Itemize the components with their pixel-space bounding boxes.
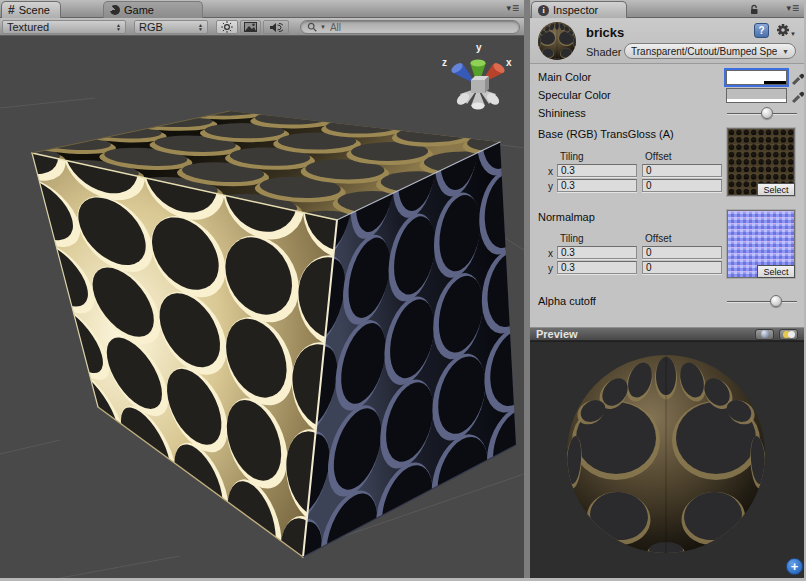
normal-y-label: y [548,263,553,274]
draw-mode-dropdown[interactable]: Textured ▲▼ [2,20,126,34]
tab-game-label: Game [124,4,154,16]
base-offset-x-field[interactable] [642,164,722,177]
inspector-panel: i Inspector ▾≡ bricks Shader [530,0,804,578]
tab-inspector[interactable]: i Inspector [531,1,627,18]
game-icon [110,5,120,15]
base-map-label: Base (RGB) TransGloss (A) [538,128,674,140]
scene-3d-cube-render: y x z [0,36,524,578]
preview-mesh-button[interactable] [755,329,774,340]
main-color-eyedropper-icon[interactable] [790,70,804,85]
chevron-down-icon: ▼ [782,48,789,55]
tab-inspector-label: Inspector [553,4,598,16]
tab-scene[interactable]: # Scene [1,1,61,18]
light-white-icon [788,331,795,338]
scene-lighting-toggle[interactable] [216,20,238,34]
specular-color-alpha-bar [727,99,786,102]
base-offset-header: Offset [645,151,672,162]
alpha-cutoff-label: Alpha cutoff [538,295,596,307]
chevron-down-icon: ▼ [790,31,796,37]
normal-texture-select-button[interactable]: Select [757,265,795,278]
sun-icon [221,21,233,33]
image-icon [244,22,257,32]
specular-color-swatch[interactable] [726,88,787,103]
settings-gear-button[interactable]: ▼ [776,23,796,37]
dropdown-arrows-icon: ▲▼ [198,23,203,31]
inspector-content: bricks Shader Transparent/Cutout/Bumped … [530,18,804,578]
search-icon [307,22,318,33]
preview-lighting-button[interactable] [779,329,798,340]
material-preview-ball [537,21,577,61]
dropdown-arrows-icon: ▲▼ [116,23,121,31]
base-offset-y-field[interactable] [642,179,722,192]
normal-offset-x-field[interactable] [642,246,722,259]
normal-x-label: x [548,248,553,259]
normal-offset-header: Offset [645,233,672,244]
draw-mode-value: Textured [7,21,49,33]
base-tiling-x-field[interactable] [557,164,637,177]
gizmo-z-label: z [442,57,447,68]
specular-color-eyedropper-icon[interactable] [790,88,804,103]
normal-map-label: Normalmap [538,211,595,223]
tab-game[interactable]: Game [103,1,203,18]
alpha-cutoff-slider-handle[interactable] [770,295,782,307]
base-y-label: y [548,181,553,192]
scene-search-field[interactable]: ▼ [300,20,520,34]
color-mode-dropdown[interactable]: RGB ▲▼ [134,20,208,34]
preview-title: Preview [536,328,578,340]
material-header: bricks Shader Transparent/Cutout/Bumped … [530,18,804,64]
main-color-label: Main Color [538,71,591,83]
specular-color-label: Specular Color [538,89,611,101]
search-filter-caret-icon: ▼ [320,24,326,30]
normal-tiling-header: Tiling [560,233,584,244]
normal-tiling-x-field[interactable] [557,246,637,259]
tab-scene-label: Scene [19,4,50,16]
preview-add-button[interactable]: + [786,558,803,575]
base-tiling-y-field[interactable] [557,179,637,192]
slider-track [727,301,797,302]
scene-viewport[interactable]: y x z [0,36,524,578]
gizmo-y-label: y [476,42,482,53]
gizmo-x-label: x [506,57,512,68]
sphere-icon [761,330,769,338]
inspector-tabbar: i Inspector ▾≡ [530,0,804,18]
material-name: bricks [586,25,624,40]
scene-skybox-toggle[interactable] [240,20,261,34]
speaker-icon [269,22,283,33]
inspector-lock-icon[interactable] [749,4,760,17]
base-texture-select-button[interactable]: Select [757,183,795,196]
shader-dropdown[interactable]: Transparent/Cutout/Bumped Spe ▼ [624,43,796,59]
shininess-label: Shininess [538,107,586,119]
shader-value: Transparent/Cutout/Bumped Spe [631,46,777,57]
main-color-alpha-bar [727,81,786,84]
color-mode-value: RGB [139,21,163,33]
base-x-label: x [548,166,553,177]
scene-grid-icon: # [8,3,15,17]
preview-sphere-render [530,342,802,578]
alpha-cutoff-slider[interactable] [727,295,797,308]
preview-viewport[interactable]: + [530,341,804,578]
main-color-swatch[interactable] [726,70,787,85]
shininess-slider[interactable] [727,107,797,120]
normal-tiling-y-field[interactable] [557,261,637,274]
search-input[interactable] [328,21,513,34]
base-tiling-header: Tiling [560,151,584,162]
shininess-slider-handle[interactable] [761,107,773,119]
scene-panel: # Scene Game ▾≡ Textured ▲▼ RGB ▲▼ [0,0,530,578]
shader-label: Shader [586,46,621,58]
unity-editor-window: # Scene Game ▾≡ Textured ▲▼ RGB ▲▼ [0,0,806,581]
inspector-panel-menu-icon[interactable]: ▾≡ [786,4,798,13]
scene-toolbar: Textured ▲▼ RGB ▲▼ [0,18,524,36]
info-icon: i [538,5,549,16]
help-button[interactable]: ? [754,23,769,38]
scene-panel-menu-icon[interactable]: ▾≡ [506,4,518,13]
gear-icon [776,23,790,37]
scene-audio-toggle[interactable] [263,20,289,34]
scene-tabbar: # Scene Game ▾≡ [0,0,524,18]
normal-offset-y-field[interactable] [642,261,722,274]
